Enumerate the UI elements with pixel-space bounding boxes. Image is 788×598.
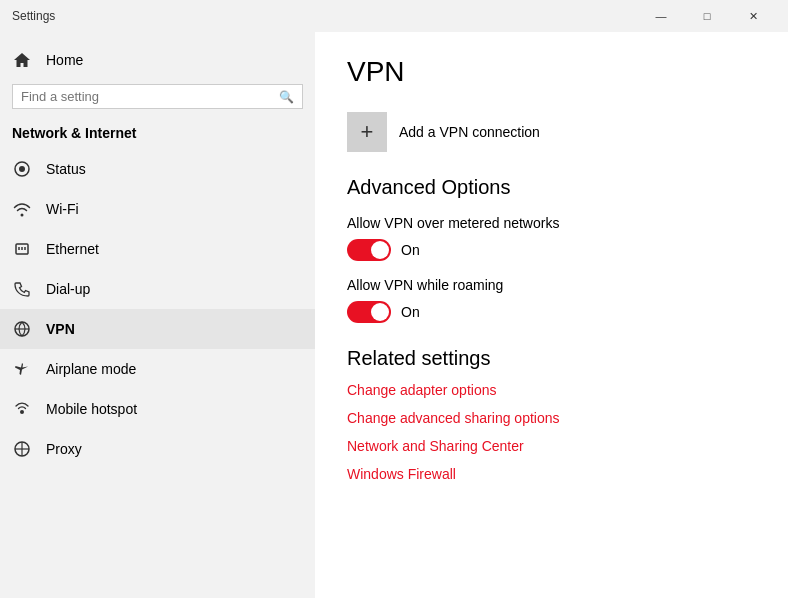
close-button[interactable]: ✕ xyxy=(730,0,776,32)
link-windows-firewall[interactable]: Windows Firewall xyxy=(347,466,756,482)
main-panel: VPN + Add a VPN connection Advanced Opti… xyxy=(315,32,788,598)
toggle-roaming-state: On xyxy=(401,304,420,320)
sidebar-search-box[interactable]: 🔍 xyxy=(12,84,303,109)
sidebar-item-vpn[interactable]: VPN xyxy=(0,309,315,349)
link-network-sharing-center[interactable]: Network and Sharing Center xyxy=(347,438,756,454)
wifi-icon xyxy=(12,199,32,219)
toggle-roaming[interactable] xyxy=(347,301,391,323)
link-change-adapter[interactable]: Change adapter options xyxy=(347,382,756,398)
toggle-roaming-row: Allow VPN while roaming On xyxy=(347,277,756,323)
toggle-metered[interactable] xyxy=(347,239,391,261)
sidebar-item-home-label: Home xyxy=(46,52,83,68)
title-bar: Settings — □ ✕ xyxy=(0,0,788,32)
advanced-options-title: Advanced Options xyxy=(347,176,756,199)
toggle-metered-container: On xyxy=(347,239,756,261)
search-icon: 🔍 xyxy=(279,90,294,104)
home-icon xyxy=(12,50,32,70)
proxy-icon xyxy=(12,439,32,459)
toggle-metered-row: Allow VPN over metered networks On xyxy=(347,215,756,261)
related-settings-title: Related settings xyxy=(347,347,756,370)
link-change-advanced-sharing[interactable]: Change advanced sharing options xyxy=(347,410,756,426)
sidebar-item-home[interactable]: Home xyxy=(0,40,315,80)
maximize-button[interactable]: □ xyxy=(684,0,730,32)
status-icon xyxy=(12,159,32,179)
sidebar-item-hotspot[interactable]: Mobile hotspot xyxy=(0,389,315,429)
toggle-metered-label: Allow VPN over metered networks xyxy=(347,215,756,231)
settings-window: Settings — □ ✕ Home 🔍 xyxy=(0,0,788,598)
add-vpn-plus-icon: + xyxy=(347,112,387,152)
minimize-button[interactable]: — xyxy=(638,0,684,32)
sidebar-item-vpn-label: VPN xyxy=(46,321,75,337)
sidebar-item-proxy[interactable]: Proxy xyxy=(0,429,315,469)
sidebar-item-wifi[interactable]: Wi-Fi xyxy=(0,189,315,229)
sidebar-item-proxy-label: Proxy xyxy=(46,441,82,457)
toggle-roaming-label: Allow VPN while roaming xyxy=(347,277,756,293)
sidebar-item-status[interactable]: Status xyxy=(0,149,315,189)
sidebar-item-status-label: Status xyxy=(46,161,86,177)
window-title: Settings xyxy=(12,9,55,23)
sidebar-item-ethernet[interactable]: Ethernet xyxy=(0,229,315,269)
dialup-icon xyxy=(12,279,32,299)
toggle-metered-state: On xyxy=(401,242,420,258)
sidebar-item-wifi-label: Wi-Fi xyxy=(46,201,79,217)
svg-point-1 xyxy=(19,166,25,172)
svg-point-8 xyxy=(20,410,24,414)
window-controls: — □ ✕ xyxy=(638,0,776,32)
sidebar-item-dialup[interactable]: Dial-up xyxy=(0,269,315,309)
sidebar-item-airplane[interactable]: Airplane mode xyxy=(0,349,315,389)
vpn-icon xyxy=(12,319,32,339)
add-vpn-button[interactable]: + Add a VPN connection xyxy=(347,112,756,152)
sidebar-section-title: Network & Internet xyxy=(0,121,315,149)
ethernet-icon xyxy=(12,239,32,259)
hotspot-icon xyxy=(12,399,32,419)
sidebar: Home 🔍 Network & Internet Status xyxy=(0,32,315,598)
main-content: Home 🔍 Network & Internet Status xyxy=(0,32,788,598)
toggle-roaming-container: On xyxy=(347,301,756,323)
sidebar-item-dialup-label: Dial-up xyxy=(46,281,90,297)
sidebar-item-hotspot-label: Mobile hotspot xyxy=(46,401,137,417)
sidebar-item-airplane-label: Airplane mode xyxy=(46,361,136,377)
search-input[interactable] xyxy=(21,89,279,104)
sidebar-item-ethernet-label: Ethernet xyxy=(46,241,99,257)
airplane-icon xyxy=(12,359,32,379)
page-title: VPN xyxy=(347,56,756,88)
add-vpn-label: Add a VPN connection xyxy=(399,124,540,140)
